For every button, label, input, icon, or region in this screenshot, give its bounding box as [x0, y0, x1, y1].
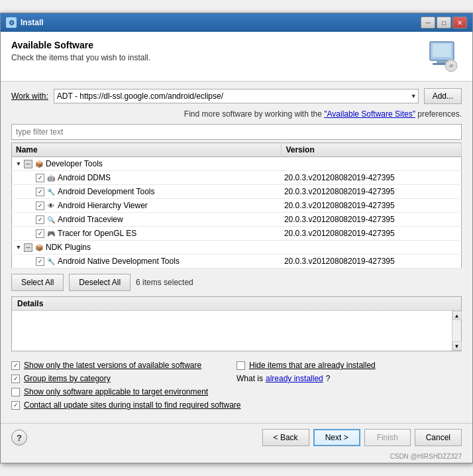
- item-version-ahv: 20.0.3.v201208082019-427395: [282, 199, 462, 213]
- add-button[interactable]: Add...: [424, 88, 462, 104]
- hide-installed-checkbox[interactable]: [236, 361, 245, 370]
- help-button[interactable]: ?: [11, 430, 27, 446]
- item-cell: ✓ 🤖 Android DDMS: [12, 171, 282, 185]
- close-button[interactable]: ✕: [452, 17, 467, 29]
- page-title: Available Software: [11, 40, 150, 50]
- header-section: Available Software Check the items that …: [1, 32, 472, 82]
- item-checkbox-traceview[interactable]: ✓: [36, 215, 44, 224]
- table-row: ✓ 🎮 Tracer for OpenGL ES 20.0.3.v2012080…: [12, 227, 462, 241]
- maximize-button[interactable]: □: [437, 17, 451, 29]
- scroll-up-arrow[interactable]: ▲: [452, 311, 462, 320]
- next-button[interactable]: Next >: [313, 429, 360, 446]
- finish-button[interactable]: Finish: [364, 429, 411, 446]
- group-version-ndk: [282, 241, 462, 255]
- item-checkbox-opengl[interactable]: ✓: [36, 229, 44, 238]
- item-cell: ✓ 👁 Android Hierarchy Viewer: [12, 199, 282, 213]
- scroll-down-arrow[interactable]: ▼: [452, 341, 462, 351]
- options-col-left: Show only the latest versions of availab…: [11, 361, 236, 400]
- collapse-icon[interactable]: ▼: [15, 160, 23, 168]
- table-row: ✓ 🔧 Android Development Tools 20.0.3.v20…: [12, 185, 462, 199]
- collapse-icon-ndk[interactable]: ▼: [15, 243, 23, 251]
- footer-buttons: < Back Next > Finish Cancel: [262, 429, 462, 446]
- item-cell: ✓ 🎮 Tracer for OpenGL ES: [12, 227, 282, 241]
- group-checkbox-developer[interactable]: ─: [24, 160, 32, 168]
- header-icon: [422, 40, 462, 73]
- select-all-button[interactable]: Select All: [11, 274, 64, 291]
- software-sites-link[interactable]: "Available Software Sites": [324, 109, 415, 119]
- item-version-traceview: 20.0.3.v201208082019-427395: [282, 213, 462, 227]
- details-header: Details: [12, 297, 461, 311]
- minimize-button[interactable]: ─: [421, 17, 435, 29]
- item-checkbox-adt[interactable]: ✓: [36, 188, 44, 196]
- table-row: ▼ ─ 📦 NDK Plugins: [12, 241, 462, 255]
- version-column-header: Version: [282, 143, 462, 157]
- options-section: Show only the latest versions of availab…: [11, 358, 462, 416]
- selected-count: 6 items selected: [136, 278, 193, 287]
- already-installed-prefix: What is: [236, 374, 263, 383]
- footer: ? < Back Next > Finish Cancel: [1, 423, 472, 451]
- group-name-ndk: NDK Plugins: [46, 243, 91, 252]
- window-icon: ⚙: [6, 17, 17, 28]
- item-icon-traceview: 🔍: [46, 214, 56, 225]
- svg-rect-1: [433, 44, 451, 57]
- header-text: Available Software Check the items that …: [11, 40, 150, 62]
- group-name-developer: Developer Tools: [46, 159, 103, 168]
- group-icon-ndk: 📦: [34, 242, 44, 253]
- deselect-all-button[interactable]: Deselect All: [69, 274, 131, 291]
- item-checkbox-ahv[interactable]: ✓: [36, 202, 44, 210]
- install-window: ⚙ Install ─ □ ✕ Available Software Check…: [0, 13, 473, 463]
- item-cell: ✓ 🔧 Android Development Tools: [12, 185, 282, 199]
- contact-update-row: Contact all update sites during install …: [11, 400, 462, 410]
- table-row: ✓ 🤖 Android DDMS 20.0.3.v201208082019-42…: [12, 171, 462, 185]
- item-checkbox-ddms[interactable]: ✓: [36, 174, 44, 182]
- work-with-label: Work with:: [11, 91, 48, 101]
- group-checkbox-ndk[interactable]: ─: [24, 243, 32, 252]
- already-installed-suffix: ?: [326, 374, 331, 383]
- group-category-checkbox[interactable]: [11, 375, 20, 383]
- cancel-button[interactable]: Cancel: [415, 429, 462, 446]
- already-installed-link[interactable]: already installed: [266, 374, 323, 383]
- item-cell: ✓ 🔧 Android Native Development Tools: [12, 255, 282, 268]
- only-target-label: Show only software applicable to target …: [24, 387, 208, 396]
- table-row: ✓ 🔍 Android Traceview 20.0.3.v2012080820…: [12, 213, 462, 227]
- group-category-label: Group items by category: [24, 374, 111, 383]
- item-cell: ✓ 🔍 Android Traceview: [12, 213, 282, 227]
- watermark: CSDN @HIRSHDZZ327: [1, 451, 472, 463]
- software-sites-row: Find more software by working with the "…: [11, 109, 462, 119]
- two-col-options: Show only the latest versions of availab…: [11, 361, 462, 400]
- details-body: ▲ ▼: [12, 311, 461, 351]
- title-bar-controls: ─ □ ✕: [421, 17, 467, 29]
- item-checkbox-ndt[interactable]: ✓: [36, 257, 44, 266]
- hide-installed-label: Hide items that are already installed: [249, 361, 376, 370]
- software-tree-table: Name Version ▼ ─ 📦 Developer Tools: [11, 143, 462, 268]
- work-with-select[interactable]: ADT - https://dl-ssl.google.com/android/…: [54, 89, 419, 103]
- work-with-select-wrapper: ADT - https://dl-ssl.google.com/android/…: [54, 89, 419, 103]
- item-version-ndt: 20.0.3.v201208082019-427395: [282, 255, 462, 268]
- group-icon-developer: 📦: [34, 158, 44, 169]
- item-icon-ddms: 🤖: [46, 172, 56, 183]
- title-bar: ⚙ Install ─ □ ✕: [1, 13, 472, 32]
- back-button[interactable]: < Back: [262, 429, 309, 446]
- contact-update-checkbox[interactable]: [11, 401, 20, 410]
- name-column-header: Name: [12, 143, 282, 157]
- show-latest-checkbox[interactable]: [11, 361, 20, 370]
- filter-input[interactable]: [11, 124, 462, 140]
- table-row: ✓ 🔧 Android Native Development Tools 20.…: [12, 255, 462, 268]
- item-icon-opengl: 🎮: [46, 228, 56, 239]
- details-section: Details ▲ ▼: [11, 296, 462, 351]
- svg-point-6: [450, 65, 452, 66]
- item-version-opengl: 20.0.3.v201208082019-427395: [282, 227, 462, 241]
- software-sites-text: Find more software by working with the: [184, 109, 322, 119]
- details-scrollbar[interactable]: ▲ ▼: [452, 311, 461, 351]
- svg-rect-2: [437, 60, 447, 63]
- software-sites-suffix: preferences.: [417, 109, 462, 119]
- show-latest-row: Show only the latest versions of availab…: [11, 361, 236, 370]
- item-name-ahv: Android Hierarchy Viewer: [58, 201, 148, 210]
- item-icon-ahv: 👁: [46, 200, 56, 211]
- footer-left: ?: [11, 430, 27, 446]
- details-label: Details: [17, 299, 43, 308]
- group-category-row: Group items by category: [11, 374, 236, 383]
- only-target-checkbox[interactable]: [11, 388, 20, 396]
- item-icon-adt: 🔧: [46, 186, 56, 197]
- title-bar-left: ⚙ Install: [6, 17, 44, 28]
